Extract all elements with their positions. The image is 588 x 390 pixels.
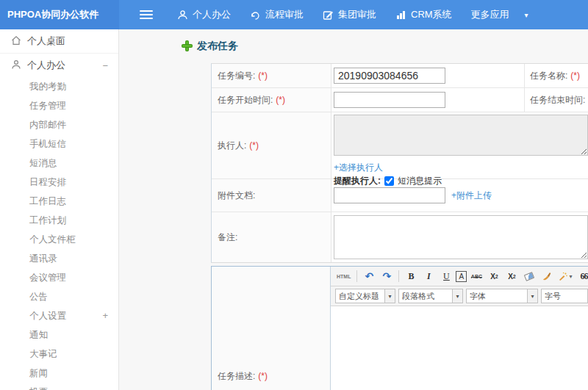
user-icon <box>11 59 21 72</box>
sidebar-item-label: 我的考勤 <box>29 82 66 92</box>
bold-button[interactable]: B <box>403 269 419 284</box>
undo-icon[interactable]: ↶ <box>361 269 377 284</box>
remark-textarea[interactable] <box>334 215 588 259</box>
sidebar-section-label: 个人办公 <box>27 59 65 72</box>
attachment-cell: +附件上传 <box>331 179 588 212</box>
subscript-button[interactable]: X2 <box>503 269 520 284</box>
sidebar-item-label: 公告 <box>29 292 48 302</box>
app-window: PHPOA协同办公软件 个人办公 流程审批 集团审批 <box>0 0 588 390</box>
nav-crm-system[interactable]: CRM系统 <box>386 0 462 29</box>
strikethrough-button[interactable]: ABC <box>468 269 484 284</box>
sidebar-item[interactable]: 会议管理 <box>0 268 118 287</box>
attachment-input[interactable] <box>334 187 445 203</box>
sidebar-item[interactable]: 大事记 <box>0 344 118 364</box>
form-row-start-time: 任务开始时间: (*) 任务结束时间: (*) <box>212 88 588 112</box>
eraser-icon[interactable] <box>521 269 537 284</box>
sidebar-item-label: 投票 <box>29 387 48 390</box>
sidebar-item[interactable]: 通讯录 <box>0 249 118 268</box>
italic-button[interactable]: I <box>420 269 437 284</box>
sidebar-item[interactable]: 任务管理 <box>0 96 118 115</box>
sidebar-item-label: 短消息 <box>29 158 57 168</box>
required-marker: (*) <box>258 371 268 381</box>
chevron-down-icon: ▾ <box>527 289 537 303</box>
sidebar-item[interactable]: 投票 <box>0 383 118 390</box>
end-time-label: 任务结束时间: (*) <box>524 88 588 112</box>
sidebar-item-label: 个人设置 <box>29 311 66 321</box>
form-row-task-number: 任务编号: (*) 任务名称: (*) <box>212 64 588 88</box>
blockquote-button[interactable]: 66 <box>576 269 588 284</box>
nav-process-approval[interactable]: 流程审批 <box>240 0 313 29</box>
nav-label: 更多应用 <box>471 8 509 21</box>
sidebar-item-label: 工作日志 <box>29 196 66 206</box>
paragraph-format-select[interactable]: 段落格式 ▾ <box>398 289 463 303</box>
executor-cell: +选择执行人 提醒执行人: 短消息提示 <box>331 112 588 178</box>
description-editor-area[interactable] <box>331 306 588 390</box>
magic-wand-icon[interactable]: ▾ <box>556 269 574 284</box>
chevron-down-icon[interactable]: ▾ <box>519 11 534 19</box>
superscript-button[interactable]: X2 <box>486 269 502 284</box>
attachment-label: 附件文档: <box>212 179 331 212</box>
chevron-down-icon: ▾ <box>452 289 462 303</box>
task-form-table: 任务编号: (*) 任务名称: (*) 任务开始时间: (*) <box>211 63 588 263</box>
form-row-attachment: 附件文档: +附件上传 <box>212 179 588 212</box>
nav-group-approval[interactable]: 集团审批 <box>313 0 386 29</box>
bar-chart-icon <box>395 10 406 21</box>
attachment-upload-link[interactable]: +附件上传 <box>451 189 492 202</box>
add-task-icon <box>182 41 192 51</box>
collapse-minus-icon[interactable]: − <box>102 60 108 71</box>
sidebar-item[interactable]: 日程安排 <box>0 173 118 192</box>
select-executor-link[interactable]: +选择执行人 <box>334 162 383 173</box>
nav-label: CRM系统 <box>411 8 452 21</box>
form-row-remark: 备注: <box>212 212 588 262</box>
editor-toolbar-row2: 自定义标题 ▾ 段落格式 ▾ 字体 ▾ 字号 ▾ <box>331 286 588 306</box>
required-marker: (*) <box>249 140 259 151</box>
sidebar-item[interactable]: 通知 <box>0 325 118 344</box>
sidebar-item[interactable]: 工作日志 <box>0 192 118 211</box>
top-nav: 个人办公 流程审批 集团审批 CRM系统 更多应用 <box>168 0 534 29</box>
chevron-down-icon: ▾ <box>384 289 395 303</box>
task-form: 任务编号: (*) 任务名称: (*) 任务开始时间: (*) <box>211 63 588 390</box>
user-icon <box>177 10 188 21</box>
sidebar-item-settings[interactable]: 个人设置 + <box>0 306 118 325</box>
html-source-button[interactable]: HTML <box>334 269 353 284</box>
remark-label: 备注: <box>212 212 331 262</box>
sidebar-item[interactable]: 短消息 <box>0 154 118 173</box>
nav-personal-office[interactable]: 个人办公 <box>168 0 240 29</box>
remark-cell <box>331 212 588 262</box>
custom-title-select[interactable]: 自定义标题 ▾ <box>335 289 395 303</box>
font-family-select[interactable]: 字体 ▾ <box>466 289 538 303</box>
sidebar: 个人桌面 个人办公 − 我的考勤 任务管理 内部邮件 手机短信 短消息 日程安排… <box>0 29 119 390</box>
expand-plus-icon[interactable]: + <box>102 306 108 325</box>
start-time-input[interactable] <box>334 92 445 108</box>
sidebar-item[interactable]: 工作计划 <box>0 211 118 230</box>
sidebar-item-label: 通知 <box>29 330 48 340</box>
format-brush-icon[interactable] <box>539 269 555 284</box>
executor-textarea[interactable] <box>334 115 588 156</box>
sidebar-item-label: 大事记 <box>29 349 57 359</box>
required-marker: (*) <box>258 71 268 81</box>
task-number-cell <box>331 64 524 87</box>
page-title: 发布任务 <box>197 40 238 53</box>
sidebar-item-label: 任务管理 <box>29 101 66 111</box>
sidebar-item-desktop[interactable]: 个人桌面 <box>0 29 118 54</box>
sidebar-item[interactable]: 公告 <box>0 287 118 306</box>
sidebar-item-label: 新闻 <box>29 368 48 378</box>
sidebar-item[interactable]: 手机短信 <box>0 134 118 154</box>
sidebar-section-personal-office[interactable]: 个人办公 − <box>0 54 118 77</box>
sidebar-item[interactable]: 新闻 <box>0 364 118 383</box>
nav-label: 流程审批 <box>265 8 304 21</box>
sidebar-item-label: 工作计划 <box>29 215 66 225</box>
description-label: 任务描述: (*) <box>212 267 331 390</box>
sidebar-item[interactable]: 我的考勤 <box>0 77 118 96</box>
font-size-select[interactable]: 字号 ▾ <box>541 289 588 303</box>
edit-approval-icon <box>323 10 334 21</box>
menu-toggle-icon[interactable] <box>140 10 153 19</box>
boxed-text-button[interactable]: A <box>456 271 467 282</box>
task-number-input[interactable] <box>334 68 445 84</box>
underline-button[interactable]: U <box>438 269 454 284</box>
redo-icon[interactable]: ↷ <box>379 269 395 284</box>
sidebar-item[interactable]: 内部邮件 <box>0 115 118 134</box>
rich-text-editor: HTML ↶ ↷ B I U A ABC X2 X2 <box>331 267 588 390</box>
nav-more-apps[interactable]: 更多应用 <box>462 0 519 29</box>
sidebar-item[interactable]: 个人文件柜 <box>0 230 118 249</box>
